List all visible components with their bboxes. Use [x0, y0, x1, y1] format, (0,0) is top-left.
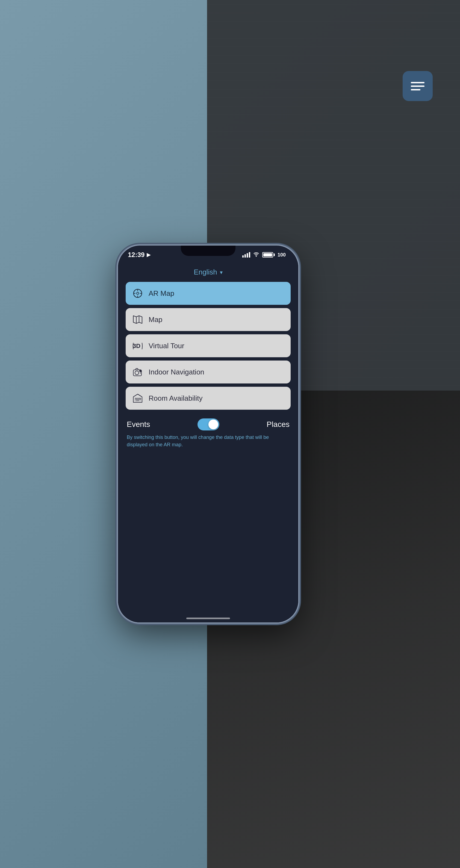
room-availability-label: Room Availability [149, 394, 203, 403]
home-indicator[interactable] [186, 618, 230, 619]
toggle-description: By switching this button, you will chang… [126, 434, 290, 448]
toggle-section: Events Places By switching this button, … [118, 410, 298, 453]
svg-point-1 [136, 292, 139, 294]
toggle-switch[interactable] [197, 418, 219, 430]
svg-text:234: 234 [136, 400, 139, 402]
chevron-down-icon: ▾ [220, 269, 223, 276]
scene: 12:39 ▶ [0, 0, 460, 868]
phone-frame: 12:39 ▶ [118, 246, 298, 622]
notch [181, 246, 236, 256]
menu-list: AR Map Map [118, 282, 298, 410]
status-time: 12:39 ▶ [128, 251, 151, 259]
wifi-icon [253, 252, 259, 258]
menu-item-map[interactable]: Map [126, 308, 290, 331]
time-display: 12:39 [128, 251, 145, 259]
phone-screen: English ▾ [118, 261, 298, 622]
map-icon [132, 314, 143, 325]
events-label: Events [127, 420, 150, 429]
menu-item-room-availability[interactable]: ROOM 234 Room Availability [126, 387, 290, 410]
indoor-navigation-label: Indoor Navigation [149, 368, 204, 376]
toggle-knob [208, 420, 218, 429]
language-label: English [194, 268, 217, 276]
virtual-tour-icon: 3D [132, 340, 143, 351]
battery-level: 100 [278, 252, 286, 258]
menu-item-virtual-tour[interactable]: 3D Virtual Tour [126, 334, 290, 357]
svg-marker-6 [133, 316, 142, 323]
places-label: Places [267, 420, 289, 429]
hamburger-button[interactable] [403, 71, 433, 101]
signal-icon [242, 252, 250, 257]
toggle-row: Events Places [126, 418, 290, 430]
location-icon: ▶ [147, 252, 151, 258]
status-icons: 100 [242, 252, 288, 258]
virtual-tour-label: Virtual Tour [149, 342, 184, 350]
ar-map-icon [132, 288, 143, 299]
menu-item-indoor-navigation[interactable]: Indoor Navigation [126, 361, 290, 383]
language-selector[interactable]: English ▾ [118, 261, 298, 282]
room-availability-icon: ROOM 234 [132, 393, 143, 404]
menu-item-ar-map[interactable]: AR Map [126, 282, 290, 305]
indoor-navigation-icon [132, 367, 143, 377]
svg-text:3D: 3D [133, 342, 141, 349]
map-label: Map [149, 315, 162, 324]
hamburger-icon [411, 82, 425, 90]
ar-map-label: AR Map [149, 289, 174, 298]
svg-point-12 [139, 370, 142, 372]
svg-point-11 [135, 371, 139, 375]
battery-icon [262, 252, 275, 257]
